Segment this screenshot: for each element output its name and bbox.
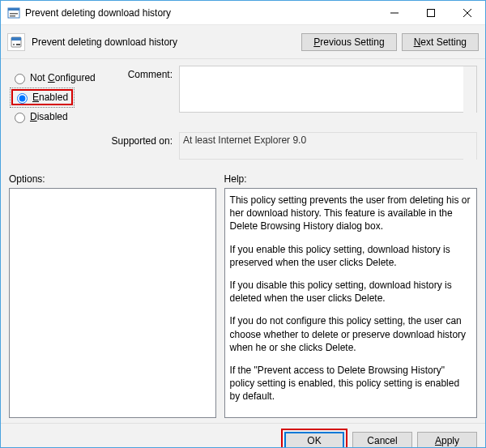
options-label: Options: [9, 173, 216, 185]
header-title: Prevent deleting download history [32, 36, 296, 48]
help-label: Help: [224, 173, 477, 185]
svg-point-10 [13, 44, 15, 45]
config-section: Not Configured Enabled Disabled Comment:… [1, 59, 485, 167]
next-setting-button[interactable]: Next Setting [402, 33, 479, 51]
svg-rect-11 [16, 44, 20, 45]
help-paragraph: If you do not configure this policy sett… [230, 314, 471, 354]
titlebar: Prevent deleting download history [1, 1, 485, 25]
help-paragraph: If the "Prevent access to Delete Browsin… [230, 364, 471, 403]
radio-enabled[interactable]: Enabled [11, 89, 73, 105]
radio-disabled-input[interactable] [15, 113, 25, 123]
svg-rect-3 [10, 15, 15, 17]
chevron-down-icon: ˅ [470, 105, 474, 113]
radio-not-configured-input[interactable] [15, 74, 25, 84]
radio-enabled-input[interactable] [17, 93, 28, 104]
close-button[interactable] [449, 1, 485, 25]
supported-on-field [179, 132, 477, 160]
chevron-up-icon: ˄ [470, 134, 474, 143]
next-setting-label: ext Setting [420, 36, 467, 48]
header-strip: Prevent deleting download history Previo… [1, 25, 485, 59]
help-paragraph: This policy setting prevents the user fr… [230, 194, 471, 233]
details-section: Options: Help: This policy setting preve… [1, 167, 485, 423]
window-title: Prevent deleting download history [25, 7, 376, 19]
previous-setting-label: revious Setting [320, 36, 384, 48]
help-paragraph: If you enable this policy setting, downl… [230, 243, 471, 269]
chevron-up-icon: ˄ [470, 67, 474, 76]
ok-button[interactable]: OK [284, 432, 344, 448]
state-radios: Not Configured Enabled Disabled [9, 66, 108, 127]
apply-button[interactable]: Apply [417, 432, 477, 448]
app-icon [7, 6, 20, 19]
radio-not-configured[interactable]: Not Configured [9, 69, 108, 87]
svg-rect-1 [8, 8, 19, 11]
svg-rect-5 [427, 9, 434, 16]
comment-label: Comment: [108, 66, 179, 80]
previous-setting-button[interactable]: Previous Setting [301, 33, 396, 51]
radio-disabled[interactable]: Disabled [9, 108, 108, 126]
comment-input[interactable] [179, 66, 477, 113]
maximize-button[interactable] [412, 1, 449, 25]
policy-icon [7, 33, 25, 51]
svg-rect-9 [11, 37, 21, 41]
minimize-button[interactable] [376, 1, 412, 25]
options-listbox[interactable] [9, 188, 216, 418]
footer: OK Cancel Apply [1, 423, 485, 448]
chevron-down-icon: ˅ [470, 151, 474, 160]
supported-label: Supported on: [108, 132, 179, 147]
help-text: This policy setting prevents the user fr… [224, 188, 477, 418]
help-paragraph: If you disable this policy setting, down… [230, 279, 471, 305]
svg-rect-2 [10, 13, 18, 15]
cancel-button[interactable]: Cancel [352, 432, 412, 448]
